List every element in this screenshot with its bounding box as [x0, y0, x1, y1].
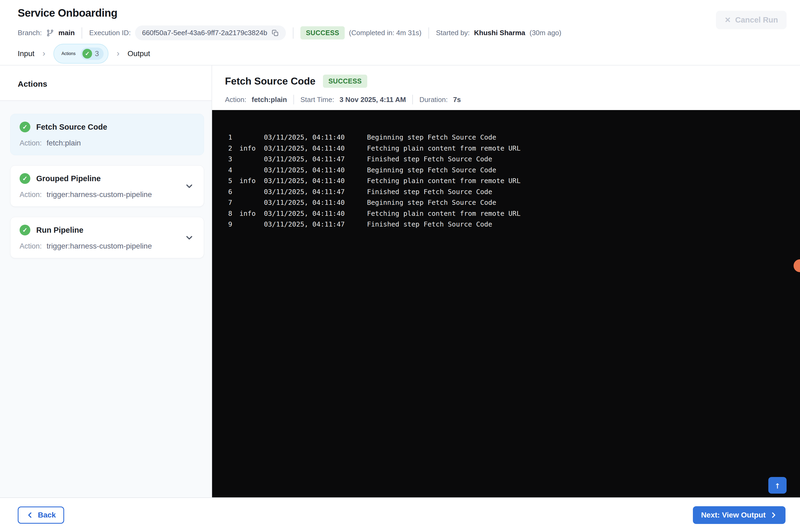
card-title-row: ✓Fetch Source Code [20, 121, 195, 132]
log-message: Finished step Fetch Source Code [367, 154, 800, 165]
chevron-down-icon[interactable] [185, 181, 194, 191]
next-view-output-button[interactable]: Next: View Output [693, 506, 785, 524]
log-line: 403/11/2025, 04:11:40Beginning step Fetc… [228, 165, 800, 176]
tab-count: 3 [95, 50, 99, 58]
tab-count-badge: ✓3 [81, 48, 103, 60]
log-line-number: 1 [228, 132, 240, 143]
divider [82, 27, 82, 39]
action-card-title: Grouped Pipeline [36, 174, 101, 183]
log-line-number: 4 [228, 165, 240, 176]
action-card-fetch-source-code[interactable]: ✓Fetch Source CodeAction:fetch:plain [10, 114, 204, 155]
actions-sidebar: Actions ✓Fetch Source CodeAction:fetch:p… [0, 65, 212, 497]
detail-title: Fetch Source Code [225, 76, 316, 87]
cancel-run-label: Cancel Run [735, 16, 778, 24]
log-console[interactable]: 103/11/2025, 04:11:40Beginning step Fetc… [212, 110, 800, 497]
log-level [240, 154, 264, 165]
action-value: fetch:plain [47, 139, 81, 147]
tab-output[interactable]: Output [128, 50, 150, 58]
log-level [240, 197, 264, 208]
completed-in-text: (Completed in: 4m 31s) [349, 29, 421, 37]
log-line-number: 2 [228, 143, 240, 154]
log-line: 103/11/2025, 04:11:40Beginning step Fetc… [228, 132, 800, 143]
log-message: Beginning step Fetch Source Code [367, 197, 800, 208]
execution-id-label: Execution ID: [89, 29, 131, 37]
floating-widget-dot[interactable] [794, 259, 800, 272]
action-card-grouped-pipeline[interactable]: ✓Grouped PipelineAction:trigger:harness-… [10, 165, 204, 207]
log-level [240, 187, 264, 197]
log-level: info [240, 143, 264, 154]
success-check-icon: ✓ [20, 121, 30, 132]
tab-label: Actions [61, 51, 75, 56]
page-title: Service Onboarding [18, 7, 561, 19]
tab-actions[interactable]: Actions✓3 [53, 44, 109, 63]
scroll-to-top-button[interactable]: ↑ [768, 477, 786, 494]
log-line-number: 6 [228, 187, 240, 197]
log-message: Beginning step Fetch Source Code [367, 165, 800, 176]
log-timestamp: 03/11/2025, 04:11:40 [264, 175, 367, 187]
log-line: 603/11/2025, 04:11:47Finished step Fetch… [228, 187, 800, 197]
branch-name: main [58, 29, 75, 37]
card-title-row: ✓Grouped Pipeline [20, 173, 195, 184]
log-level [240, 219, 264, 230]
divider [428, 27, 429, 39]
step-tabs: Input›Actions✓3›Output [0, 42, 800, 65]
sidebar-heading: Actions [0, 65, 212, 101]
log-line-number: 8 [228, 208, 240, 219]
log-line: 703/11/2025, 04:11:40Beginning step Fetc… [228, 197, 800, 208]
success-check-icon: ✓ [20, 225, 30, 235]
copy-icon[interactable] [271, 29, 279, 37]
action-card-title: Fetch Source Code [36, 123, 107, 132]
started-by-name: Khushi Sharma [474, 29, 526, 37]
log-message: Fetching plain content from remote URL [367, 175, 800, 187]
wizard-footer: Back Next: View Output [0, 497, 800, 532]
action-detail-panel: Fetch Source Code SUCCESS Action: fetch:… [212, 65, 800, 497]
action-label: Action: [20, 139, 42, 147]
action-card-run-pipeline[interactable]: ✓Run PipelineAction:trigger:harness-cust… [10, 217, 204, 258]
action-label: Action: [20, 242, 42, 250]
log-timestamp: 03/11/2025, 04:11:40 [264, 165, 367, 176]
card-title-row: ✓Run Pipeline [20, 225, 195, 235]
content-area: Actions ✓Fetch Source CodeAction:fetch:p… [0, 65, 800, 497]
chevron-right-icon [769, 511, 778, 519]
next-label: Next: View Output [701, 511, 766, 519]
chevron-left-icon [26, 511, 34, 519]
detail-start-value: 3 Nov 2025, 4:11 AM [340, 96, 406, 104]
action-list: ✓Fetch Source CodeAction:fetch:plain✓Gro… [0, 101, 212, 497]
back-button[interactable]: Back [18, 507, 64, 524]
detail-action-value: fetch:plain [252, 96, 287, 104]
log-message: Beginning step Fetch Source Code [367, 132, 800, 143]
action-card-title: Run Pipeline [36, 226, 83, 234]
execution-id-pill[interactable]: 660f50a7-5eef-43a6-9ff7-2a2179c3824b [135, 25, 286, 40]
log-level [240, 165, 264, 176]
service-onboarding-page: Service Onboarding Branch: main Executio… [0, 0, 800, 532]
log-level: info [240, 175, 264, 187]
detail-start-label: Start Time: [300, 96, 334, 104]
log-timestamp: 03/11/2025, 04:11:47 [264, 219, 367, 230]
log-timestamp: 03/11/2025, 04:11:40 [264, 197, 367, 208]
chevron-down-icon[interactable] [185, 233, 194, 242]
log-level: info [240, 208, 264, 219]
chevron-right-separator-icon: › [116, 49, 119, 57]
status-badge: SUCCESS [300, 26, 344, 39]
log-line: 2info03/11/2025, 04:11:40Fetching plain … [228, 143, 800, 154]
log-line-number: 7 [228, 197, 240, 208]
cancel-run-button[interactable]: ✕ Cancel Run [716, 11, 786, 29]
log-message: Finished step Fetch Source Code [367, 187, 800, 197]
action-card-meta: Action:trigger:harness-custom-pipeline [20, 242, 195, 250]
log-line-number: 5 [228, 175, 240, 187]
detail-status-badge: SUCCESS [323, 75, 367, 88]
log-line: 8info03/11/2025, 04:11:40Fetching plain … [228, 208, 800, 219]
log-message: Fetching plain content from remote URL [367, 208, 800, 219]
tab-input[interactable]: Input [18, 50, 34, 58]
detail-action-label: Action: [225, 96, 246, 104]
log-line: 5info03/11/2025, 04:11:40Fetching plain … [228, 175, 800, 187]
divider [293, 27, 293, 39]
branch-label: Branch: [18, 29, 42, 37]
page-header: Service Onboarding Branch: main Executio… [0, 0, 800, 42]
log-message: Finished step Fetch Source Code [367, 219, 800, 230]
log-message: Fetching plain content from remote URL [367, 143, 800, 154]
log-line-number: 3 [228, 154, 240, 165]
chevron-right-separator-icon: › [42, 49, 45, 57]
header-left: Service Onboarding Branch: main Executio… [18, 7, 561, 40]
git-branch-icon [46, 29, 54, 37]
